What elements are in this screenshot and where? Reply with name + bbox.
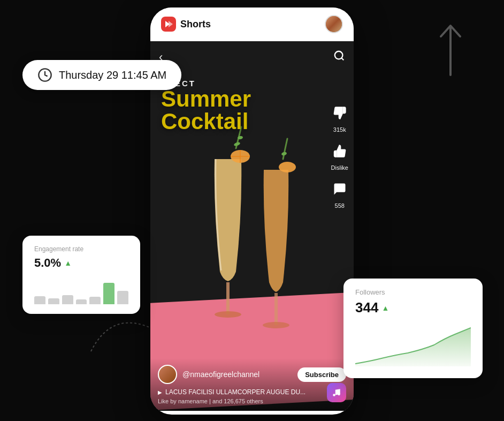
app-header: Shorts <box>150 7 354 41</box>
like-label: Dislike <box>331 164 348 171</box>
side-actions: 315k Dislike 558 <box>331 106 348 209</box>
followers-trend-icon: ▲ <box>381 304 389 312</box>
comment-count: 558 <box>335 202 345 209</box>
followers-area-chart <box>355 324 471 366</box>
time-text: Thursday 29 11:45 AM <box>59 69 166 81</box>
dislike-count: 315k <box>333 126 346 133</box>
bar-7 <box>117 291 128 304</box>
bar-2 <box>48 298 59 304</box>
svg-point-12 <box>338 393 340 396</box>
user-row: @nmaeofigreelchannel Subscribe <box>158 365 346 384</box>
svg-point-10 <box>335 51 343 59</box>
engagement-value: 5.0% ▲ <box>34 256 128 270</box>
video-bottom: @nmaeofigreelchannel Subscribe ▶ LACUS F… <box>150 358 354 411</box>
likes-text: Like by namename | and 126,675 others <box>158 398 346 404</box>
svg-point-8 <box>279 162 296 172</box>
comment-action[interactable]: 558 <box>332 182 347 209</box>
app-name: Shorts <box>180 19 211 30</box>
video-title: ▶ LACUS FACILISI ULLAMCORPER AUGUE DU... <box>158 388 346 396</box>
bar-1 <box>34 296 45 304</box>
app-logo: Shorts <box>161 17 211 32</box>
user-avatar <box>158 365 177 384</box>
dislike-action[interactable]: 315k <box>332 106 347 133</box>
bar-4 <box>76 299 87 304</box>
followers-value: 344 ▲ <box>355 299 471 316</box>
summer-text: Summer <box>161 88 251 110</box>
svg-point-9 <box>281 152 287 156</box>
svg-point-2 <box>215 311 241 318</box>
arrow-decoration <box>429 16 472 80</box>
bar-5 <box>89 297 101 304</box>
subscribe-button[interactable]: Subscribe <box>297 367 346 382</box>
followers-card: Followers 344 ▲ <box>343 279 483 378</box>
search-button[interactable] <box>333 50 345 64</box>
bar-3 <box>62 295 73 305</box>
avatar-img <box>326 16 342 32</box>
engagement-card: Engagement rate 5.0% ▲ <box>22 236 140 314</box>
time-badge: Thursday 29 11:45 AM <box>22 60 181 90</box>
play-icon: ▶ <box>158 389 162 395</box>
cocktail-text: Cocktail <box>161 110 251 133</box>
svg-rect-6 <box>274 293 278 325</box>
comment-icon <box>332 182 347 200</box>
bar-6 <box>103 283 114 304</box>
username: @nmaeofigreelchannel <box>182 370 259 379</box>
cocktail-illustration <box>172 122 332 336</box>
phone-frame: Shorts <box>150 7 354 415</box>
svg-rect-1 <box>226 282 230 314</box>
svg-point-11 <box>333 394 335 396</box>
thumbs-up-icon <box>332 144 347 162</box>
followers-label: Followers <box>355 288 471 296</box>
logo-icon <box>161 17 176 32</box>
clock-icon <box>37 67 52 82</box>
svg-point-7 <box>263 322 289 328</box>
music-badge[interactable] <box>327 383 346 402</box>
video-nav: ‹ <box>159 50 345 64</box>
like-action[interactable]: Dislike <box>331 144 348 171</box>
engagement-label: Engagement rate <box>34 245 128 253</box>
video-section: ‹ RFECT Summer Cocktail <box>150 41 354 411</box>
engagement-trend-icon: ▲ <box>64 259 72 267</box>
header-avatar[interactable] <box>325 15 343 33</box>
thumbs-down-icon <box>332 106 347 124</box>
engagement-bar-chart <box>34 277 128 304</box>
